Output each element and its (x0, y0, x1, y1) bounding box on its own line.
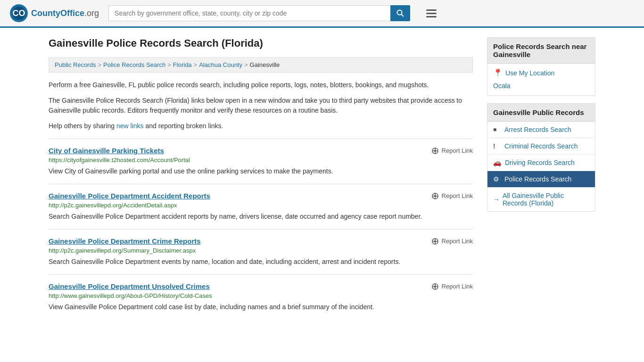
svg-point-20 (434, 286, 436, 288)
result-description: View City of Gainesville parking portal … (49, 166, 473, 176)
desc3-pre: Help others by sharing (49, 122, 116, 130)
sidebar-nearby: Police Records Search near Gainesville 📍… (487, 37, 595, 96)
result-item: Gainesville Police Department Accident R… (49, 184, 473, 229)
main-container: Gainesville Police Records Search (Flori… (39, 28, 605, 329)
svg-point-16 (434, 240, 436, 242)
logo-area: CO CountyOffice.org (9, 4, 99, 23)
desc3-post: and reporting broken links. (144, 122, 223, 130)
report-link-icon (431, 283, 439, 290)
menu-line (426, 13, 437, 14)
sidebar: Police Records Search near Gainesville 📍… (487, 37, 595, 320)
result-url[interactable]: http://p2c.gainesvillepd.org/Summary_Dis… (49, 247, 473, 254)
svg-point-3 (397, 10, 402, 15)
result-item: City of Gainesville Parking Tickets Repo… (49, 139, 473, 184)
location-pin-icon: 📍 (493, 68, 503, 77)
sidebar-public-records-title: Gainesville Public Records (487, 104, 595, 122)
description-1: Perform a free Gainesville, FL public po… (49, 80, 473, 90)
report-link-icon (431, 238, 439, 245)
logo-text[interactable]: CountyOffice.org (31, 8, 99, 18)
arrest-records-label: Arrest Records Search (504, 126, 571, 133)
sidebar-item-driving-records[interactable]: 🚗 Driving Records Search (487, 155, 595, 171)
report-link-label: Report Link (442, 283, 473, 290)
report-link-button[interactable]: Report Link (431, 192, 473, 200)
arrow-right-icon: → (493, 196, 500, 203)
search-icon (396, 9, 404, 17)
use-location-label: Use My Location (505, 69, 554, 77)
criminal-records-icon: ! (493, 142, 501, 150)
result-url[interactable]: https://cityofgainesville.t2hosted.com/A… (49, 156, 473, 164)
content-area: Gainesville Police Records Search (Flori… (49, 37, 473, 320)
breadcrumb: Public Records > Police Records Search >… (49, 57, 473, 73)
new-links-link[interactable]: new links (116, 122, 144, 130)
police-records-icon: ⚙ (493, 175, 501, 183)
report-link-label: Report Link (442, 192, 473, 199)
breadcrumb-sep: > (167, 61, 171, 68)
result-item: Gainesville Police Department Unsolved C… (49, 274, 473, 320)
search-bar-container (108, 5, 410, 21)
result-description: View Gainesville Police Department cold … (49, 302, 473, 312)
menu-button[interactable] (423, 5, 439, 22)
page-title: Gainesville Police Records Search (Flori… (49, 37, 473, 49)
breadcrumb-sep: > (98, 61, 101, 68)
use-location-button[interactable]: 📍 Use My Location (493, 68, 554, 77)
result-item: Gainesville Police Department Crime Repo… (49, 229, 473, 274)
search-input[interactable] (108, 5, 390, 21)
svg-point-12 (434, 195, 436, 197)
report-link-button[interactable]: Report Link (431, 283, 473, 290)
result-description: Search Gainesville Police Department eve… (49, 257, 473, 267)
breadcrumb-current: Gainesville (250, 61, 280, 68)
logo-icon[interactable]: CO (9, 4, 28, 23)
breadcrumb-public-records[interactable]: Public Records (55, 61, 96, 68)
sidebar-item-arrest-records[interactable]: ■ Arrest Records Search (487, 122, 595, 138)
arrest-records-icon: ■ (493, 126, 501, 133)
search-button[interactable] (390, 5, 410, 21)
sidebar-nearby-title: Police Records Search near Gainesville (487, 38, 595, 64)
report-link-icon (431, 192, 439, 200)
svg-text:CO: CO (13, 8, 25, 18)
result-description: Search Gainesville Police Department acc… (49, 212, 473, 222)
driving-records-icon: 🚗 (493, 159, 501, 166)
report-link-label: Report Link (442, 147, 473, 154)
report-link-label: Report Link (442, 238, 473, 245)
breadcrumb-police-records[interactable]: Police Records Search (103, 61, 165, 68)
result-url[interactable]: http://p2c.gainesvillepd.org/AccidentDet… (49, 202, 473, 209)
report-link-button[interactable]: Report Link (431, 147, 473, 155)
header: CO CountyOffice.org (0, 0, 644, 28)
report-link-button[interactable]: Report Link (431, 238, 473, 245)
menu-line (426, 9, 437, 11)
svg-point-8 (434, 150, 436, 152)
driving-records-label: Driving Records Search (505, 159, 575, 166)
breadcrumb-florida[interactable]: Florida (173, 61, 192, 68)
result-title[interactable]: City of Gainesville Parking Tickets (49, 147, 164, 155)
description-3: Help others by sharing new links and rep… (49, 121, 473, 131)
nearby-city-link[interactable]: Ocala (493, 81, 589, 90)
sidebar-all-records-link[interactable]: → All Gainesville Public Records (Florid… (487, 188, 595, 211)
all-records-label: All Gainesville Public Records (Florida) (503, 192, 589, 207)
sidebar-item-criminal-records[interactable]: ! Criminal Records Search (487, 138, 595, 155)
result-title[interactable]: Gainesville Police Department Unsolved C… (49, 282, 210, 290)
svg-line-4 (402, 15, 404, 17)
results-list: City of Gainesville Parking Tickets Repo… (49, 139, 473, 320)
result-title[interactable]: Gainesville Police Department Crime Repo… (49, 237, 201, 245)
result-url[interactable]: http://www.gainesvillepd.org/About-GPD/H… (49, 292, 473, 299)
breadcrumb-alachua[interactable]: Alachua County (199, 61, 242, 68)
report-link-icon (431, 147, 439, 155)
breadcrumb-sep: > (244, 61, 248, 68)
menu-line (426, 16, 437, 17)
sidebar-public-records: Gainesville Public Records ■ Arrest Reco… (487, 103, 595, 212)
sidebar-item-police-records[interactable]: ⚙ Police Records Search (487, 171, 595, 188)
police-records-label: Police Records Search (504, 175, 571, 183)
result-title[interactable]: Gainesville Police Department Accident R… (49, 192, 210, 200)
breadcrumb-sep: > (194, 61, 198, 68)
description-2: The Gainesville Police Records Search (F… (49, 96, 473, 115)
criminal-records-label: Criminal Records Search (504, 142, 578, 150)
